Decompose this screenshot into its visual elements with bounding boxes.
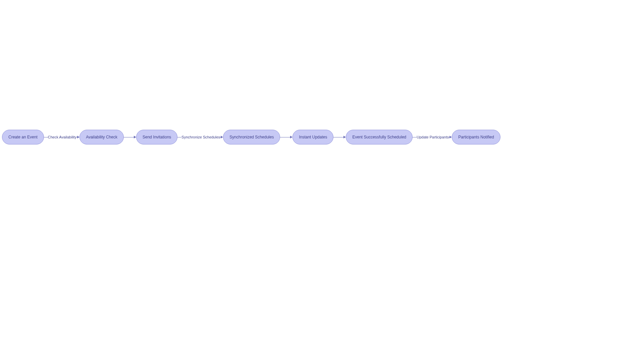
node-synchronized-schedules: Synchronized Schedules	[223, 130, 280, 144]
arrow-head-icon	[221, 136, 223, 138]
node-label: Availability Check	[86, 135, 117, 139]
node-participants-notified: Participants Notified	[452, 130, 500, 144]
connector-label: Check Availability	[48, 135, 76, 139]
arrow-head-icon	[134, 136, 136, 138]
node-label: Instant Updates	[299, 135, 327, 139]
node-create-event: Create an Event	[2, 130, 44, 144]
connector-1: Check Availability	[44, 135, 79, 139]
connector-line	[333, 137, 343, 137]
node-label: Create an Event	[8, 135, 38, 139]
connector-line	[124, 137, 134, 137]
node-availability-check: Availability Check	[79, 130, 124, 144]
node-label: Synchronized Schedules	[229, 135, 274, 139]
connector-line	[44, 137, 48, 137]
node-label: Send Invitations	[143, 135, 171, 139]
arrow-head-icon	[343, 136, 346, 138]
node-instant-updates: Instant Updates	[292, 130, 333, 144]
node-label: Participants Notified	[458, 135, 494, 139]
arrow-head-icon	[77, 136, 79, 138]
node-send-invitations: Send Invitations	[136, 130, 177, 144]
arrow-head-icon	[449, 136, 452, 138]
connector-5	[333, 136, 346, 138]
connector-label: Update Participants	[417, 135, 449, 139]
connector-4	[280, 136, 292, 138]
connector-line	[413, 137, 417, 137]
node-label: Event Successfully Scheduled	[352, 135, 406, 139]
connector-line	[177, 137, 181, 137]
connector-6: Update Participants	[413, 135, 452, 139]
connector-3: Synchronize Schedules	[177, 135, 223, 139]
arrow-head-icon	[290, 136, 292, 138]
connector-line	[280, 137, 290, 137]
connector-label: Synchronize Schedules	[181, 135, 220, 139]
connector-2	[124, 136, 136, 138]
node-event-scheduled: Event Successfully Scheduled	[346, 130, 413, 144]
flowchart-container: Create an Event Check Availability Avail…	[2, 130, 485, 144]
